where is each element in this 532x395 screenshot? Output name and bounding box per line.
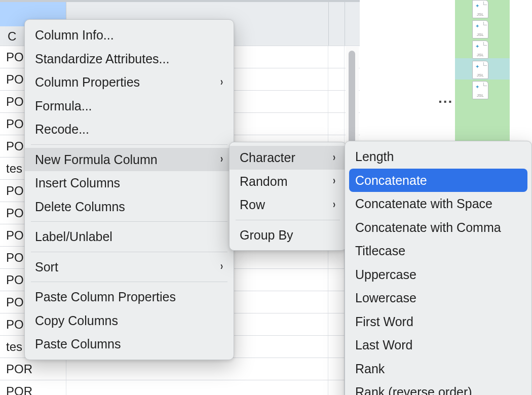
- character-submenu[interactable]: LengthConcatenateConcatenate with SpaceC…: [345, 141, 532, 395]
- new-formula-column-submenu[interactable]: Character›Random›Row›Group By: [229, 142, 347, 251]
- menu-item-label: Concatenate: [355, 172, 427, 189]
- cell[interactable]: [328, 91, 345, 113]
- chevron-right-icon: ›: [333, 174, 335, 188]
- menu-item-label: Row: [240, 196, 265, 213]
- menu-item-label: Group By: [240, 227, 293, 244]
- menu-item[interactable]: Rank (reverse order): [345, 380, 531, 395]
- menu-item-label: Delete Columns: [35, 199, 125, 215]
- cell[interactable]: [328, 358, 345, 380]
- cell[interactable]: POR: [6, 384, 66, 396]
- menu-item[interactable]: Paste Columns: [25, 332, 234, 356]
- cell[interactable]: [328, 380, 345, 396]
- menu-item[interactable]: Formula...: [25, 94, 234, 118]
- menu-item[interactable]: Row›: [230, 193, 346, 217]
- menu-item-label: Paste Columns: [35, 336, 121, 352]
- cell[interactable]: [328, 113, 345, 135]
- cell[interactable]: [328, 336, 345, 358]
- menu-item-label: Character: [240, 149, 295, 166]
- menu-item-label: Concatenate with Comma: [355, 219, 501, 236]
- menu-item[interactable]: Character›: [230, 146, 346, 170]
- menu-item-label: Copy Columns: [35, 312, 118, 329]
- menu-item-label: Titlecase: [355, 243, 405, 259]
- menu-item-label: Sort: [35, 259, 58, 275]
- menu-item-label: Rank (reverse order): [355, 384, 472, 395]
- menu-item-label: Insert Columns: [35, 175, 120, 191]
- menu-item-label: Label/Unlabel: [35, 228, 112, 245]
- column-context-menu[interactable]: Column Info...Standardize Attributes...C…: [24, 19, 234, 360]
- menu-item-label: Lowercase: [355, 290, 416, 306]
- table-row[interactable]: POR: [0, 358, 360, 380]
- overflow-ellipsis[interactable]: ...: [438, 90, 453, 106]
- menu-item[interactable]: Copy Columns: [25, 309, 234, 333]
- menu-item[interactable]: Random›: [230, 170, 346, 193]
- menu-item-label: Uppercase: [355, 266, 416, 283]
- menu-item-label: Length: [355, 148, 394, 165]
- cell[interactable]: POR: [6, 362, 66, 376]
- cell[interactable]: [328, 68, 345, 91]
- cell[interactable]: [66, 358, 328, 380]
- menu-item-label: Recode...: [35, 121, 89, 138]
- cell[interactable]: [328, 46, 345, 68]
- file-icon[interactable]: ✦JSL: [472, 81, 488, 99]
- menu-item[interactable]: Column Info...: [25, 23, 234, 47]
- menu-item[interactable]: New Formula Column›: [25, 148, 234, 172]
- menu-item-label: Standardize Attributes...: [35, 51, 169, 67]
- menu-item[interactable]: Sort›: [25, 255, 234, 279]
- file-icon[interactable]: ✦JSL: [472, 61, 488, 79]
- menu-item[interactable]: Titlecase: [345, 239, 531, 263]
- menu-item[interactable]: Column Properties›: [25, 70, 234, 94]
- menu-item[interactable]: Group By: [230, 223, 346, 247]
- menu-item[interactable]: Last Word: [345, 333, 531, 357]
- cell[interactable]: [328, 291, 345, 313]
- chevron-right-icon: ›: [220, 259, 223, 274]
- chevron-right-icon: ›: [220, 152, 223, 167]
- chevron-right-icon: ›: [333, 198, 335, 212]
- chevron-right-icon: ›: [333, 150, 335, 165]
- menu-item-label: Rank: [355, 361, 385, 377]
- menu-item[interactable]: Uppercase: [345, 263, 531, 287]
- menu-item[interactable]: First Word: [345, 310, 531, 334]
- menu-item[interactable]: Recode...: [25, 117, 234, 141]
- file-icon[interactable]: ✦JSL: [472, 41, 488, 59]
- menu-item-label: Last Word: [355, 337, 412, 353]
- menu-item-label: New Formula Column: [35, 151, 158, 168]
- cell[interactable]: [328, 269, 345, 291]
- file-icon[interactable]: ✦JSL: [472, 0, 488, 18]
- menu-item-label: Concatenate with Space: [355, 195, 492, 212]
- menu-item-label: Column Properties: [35, 74, 140, 91]
- menu-item[interactable]: Standardize Attributes...: [25, 47, 234, 71]
- menu-item-label: Column Info...: [35, 27, 114, 44]
- file-icon[interactable]: ✦JSL: [472, 20, 488, 38]
- menu-item[interactable]: Label/Unlabel: [25, 225, 234, 249]
- menu-item[interactable]: Paste Column Properties: [25, 285, 234, 309]
- menu-item-label: Paste Column Properties: [35, 289, 176, 305]
- menu-item[interactable]: Delete Columns: [25, 195, 234, 219]
- menu-item[interactable]: Insert Columns: [25, 171, 234, 195]
- menu-item-label: Random: [240, 173, 288, 190]
- menu-item[interactable]: Length: [345, 145, 531, 169]
- menu-item-label: Formula...: [35, 98, 92, 114]
- menu-item[interactable]: Concatenate with Space: [345, 192, 531, 216]
- menu-item[interactable]: Concatenate: [349, 169, 527, 192]
- menu-item[interactable]: Rank: [345, 357, 531, 381]
- cell[interactable]: [328, 313, 345, 336]
- menu-item[interactable]: Lowercase: [345, 286, 531, 310]
- cell[interactable]: [66, 380, 328, 396]
- table-row[interactable]: POR: [0, 380, 360, 395]
- menu-item-label: First Word: [355, 313, 413, 330]
- chevron-right-icon: ›: [220, 75, 223, 90]
- menu-item[interactable]: Concatenate with Comma: [345, 216, 531, 240]
